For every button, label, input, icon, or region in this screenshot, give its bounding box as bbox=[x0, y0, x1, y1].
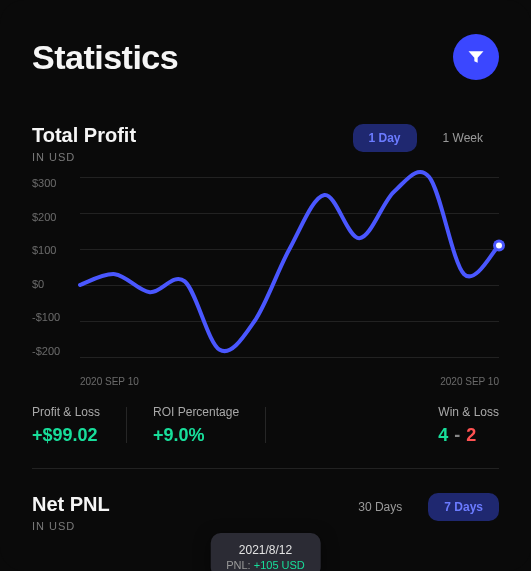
net-pnl-title: Net PNL bbox=[32, 493, 110, 516]
y-tick-label: $100 bbox=[32, 244, 60, 256]
stat-pl-label: Profit & Loss bbox=[32, 405, 100, 419]
y-tick-label: -$200 bbox=[32, 345, 60, 357]
y-tick-label: $200 bbox=[32, 211, 60, 223]
stat-profit-loss: Profit & Loss +$99.02 bbox=[32, 405, 100, 446]
profit-chart: $300$200$100$0-$100-$200 2020 SEP 10 202… bbox=[32, 177, 499, 387]
divider bbox=[126, 407, 127, 443]
stat-roi-label: ROI Percentage bbox=[153, 405, 239, 419]
filter-button[interactable] bbox=[453, 34, 499, 80]
tooltip-pnl: PNL: +105 USD bbox=[226, 559, 305, 571]
total-profit-title: Total Profit bbox=[32, 124, 136, 147]
total-profit-subtitle: IN USD bbox=[32, 151, 136, 163]
wl-dash: - bbox=[454, 425, 460, 446]
stat-wl-value: 4 - 2 bbox=[438, 425, 499, 446]
filter-icon bbox=[466, 47, 486, 67]
tab-7days[interactable]: 7 Days bbox=[428, 493, 499, 521]
tab-1day[interactable]: 1 Day bbox=[353, 124, 417, 152]
tooltip-date: 2021/8/12 bbox=[226, 543, 305, 557]
y-tick-label: $300 bbox=[32, 177, 60, 189]
x-label-end: 2020 SEP 10 bbox=[440, 376, 499, 387]
chart-plot bbox=[80, 177, 499, 357]
divider bbox=[265, 407, 266, 443]
stat-pl-value: +$99.02 bbox=[32, 425, 100, 446]
stat-roi-value: +9.0% bbox=[153, 425, 239, 446]
section-header: Net PNL IN USD 30 Days 7 Days bbox=[32, 493, 499, 532]
tooltip-label: PNL: bbox=[226, 559, 250, 571]
stat-roi: ROI Percentage +9.0% bbox=[153, 405, 239, 446]
svg-point-1 bbox=[496, 242, 502, 248]
tab-1week[interactable]: 1 Week bbox=[427, 124, 499, 152]
stats-row: Profit & Loss +$99.02 ROI Percentage +9.… bbox=[32, 405, 499, 469]
win-count: 4 bbox=[438, 425, 448, 446]
header: Statistics bbox=[32, 34, 499, 80]
stat-wl-label: Win & Loss bbox=[438, 405, 499, 419]
x-label-start: 2020 SEP 10 bbox=[80, 376, 139, 387]
net-pnl-subtitle: IN USD bbox=[32, 520, 110, 532]
total-profit-section: Total Profit IN USD 1 Day 1 Week $300$20… bbox=[32, 124, 499, 469]
y-tick-label: $0 bbox=[32, 278, 60, 290]
chart-tooltip: 2021/8/12 PNL: +105 USD bbox=[210, 533, 321, 571]
chart-x-axis: 2020 SEP 10 2020 SEP 10 bbox=[80, 376, 499, 387]
section-header: Total Profit IN USD 1 Day 1 Week bbox=[32, 124, 499, 163]
page-title: Statistics bbox=[32, 38, 178, 77]
tooltip-value: +105 USD bbox=[254, 559, 305, 571]
y-tick-label: -$100 bbox=[32, 311, 60, 323]
timeframe-tabs: 1 Day 1 Week bbox=[353, 124, 500, 152]
net-pnl-section: Net PNL IN USD 30 Days 7 Days bbox=[32, 493, 499, 532]
timeframe-tabs: 30 Days 7 Days bbox=[342, 493, 499, 521]
stat-win-loss: Win & Loss 4 - 2 bbox=[438, 405, 499, 446]
statistics-screen: Statistics Total Profit IN USD 1 Day 1 W… bbox=[0, 0, 531, 571]
chart-y-axis: $300$200$100$0-$100-$200 bbox=[32, 177, 60, 357]
tab-30days[interactable]: 30 Days bbox=[342, 493, 418, 521]
loss-count: 2 bbox=[466, 425, 476, 446]
